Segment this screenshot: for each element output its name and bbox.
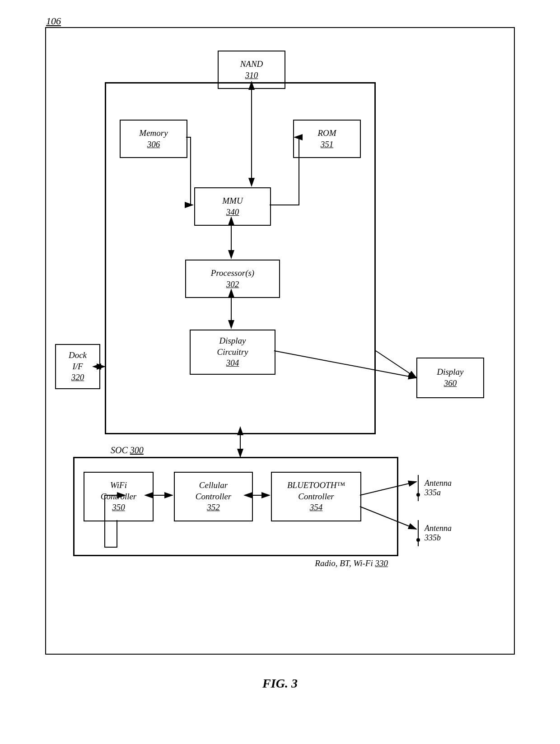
cellular-num: 352	[207, 502, 220, 513]
dock-num: 320	[71, 372, 84, 383]
antenna-a: Antenna 335a	[416, 475, 452, 501]
mmu-box: MMU 340	[194, 187, 271, 226]
memory-box: Memory 306	[120, 120, 187, 158]
display-circuitry-num: 304	[226, 358, 239, 369]
nand-label: NAND	[240, 59, 263, 70]
wifi-num: 350	[112, 502, 125, 513]
rom-num: 351	[321, 139, 334, 150]
svg-line-7	[376, 351, 416, 378]
processor-label: Processor(s)	[211, 268, 254, 279]
wifi-box: WiFi Controller 350	[84, 472, 154, 521]
antenna-b-label: Antenna 335b	[425, 524, 452, 543]
display-label: Display	[437, 367, 463, 378]
rom-label: ROM	[317, 128, 336, 139]
processor-num: 302	[226, 279, 239, 290]
memory-label: Memory	[139, 128, 168, 139]
dock-box: Dock I/F 320	[55, 344, 100, 389]
memory-num: 306	[147, 139, 160, 150]
processor-box: Processor(s) 302	[185, 260, 280, 298]
soc-box: SOC 300 Memory 306 ROM 351 MMU 340 Proce…	[105, 82, 376, 434]
radio-box: Radio, BT, Wi-Fi 330 WiFi Controller 350…	[73, 457, 398, 556]
cellular-label: Cellular Controller	[196, 480, 232, 502]
display-box: Display 360	[416, 358, 484, 398]
outer-boundary-box: 106 NAND 310 SOC 300 Memory 306 ROM 351	[45, 27, 515, 655]
nand-num: 310	[245, 70, 258, 81]
dock-label: Dock I/F	[69, 350, 87, 372]
outer-ref-label: 106	[46, 15, 61, 27]
bluetooth-label: BLUETOOTH™ Controller	[287, 480, 345, 502]
antenna-a-label: Antenna 335a	[425, 479, 452, 498]
antenna-b: Antenna 335b	[416, 520, 452, 546]
mmu-label: MMU	[222, 195, 243, 207]
bluetooth-num: 354	[310, 502, 323, 513]
mmu-num: 340	[226, 207, 239, 218]
radio-label: Radio, BT, Wi-Fi 330	[315, 558, 388, 568]
display-circuitry-label: Display Circuitry	[217, 335, 248, 358]
rom-box: ROM 351	[293, 120, 361, 158]
display-num: 360	[444, 378, 457, 389]
bluetooth-box: BLUETOOTH™ Controller 354	[271, 472, 361, 521]
figure-label: FIG. 3	[262, 676, 298, 691]
cellular-box: Cellular Controller 352	[174, 472, 253, 521]
soc-label: SOC 300	[111, 445, 144, 456]
display-circuitry-box: Display Circuitry 304	[190, 330, 275, 375]
wifi-label: WiFi Controller	[101, 480, 137, 502]
